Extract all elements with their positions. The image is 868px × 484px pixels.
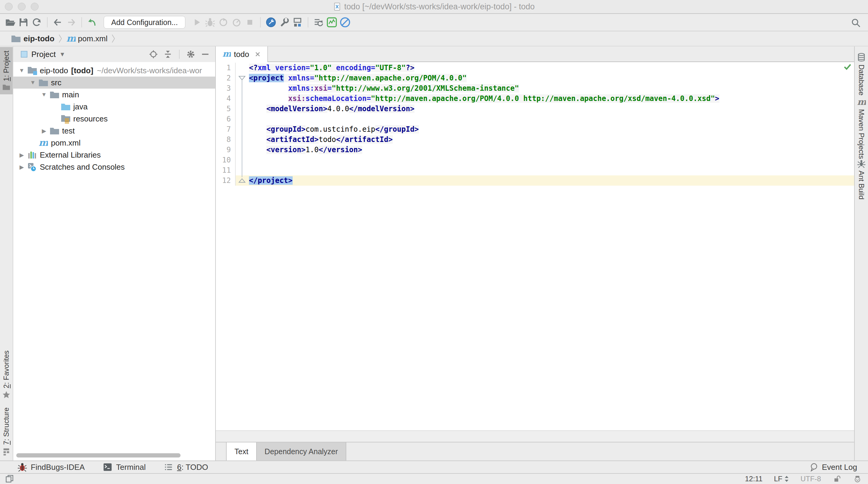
profiler-icon[interactable] bbox=[230, 16, 243, 29]
tree-item-scratches-and-consoles[interactable]: ▶Scratches and Consoles bbox=[13, 161, 215, 173]
line-number[interactable]: 5 bbox=[216, 104, 235, 114]
toolwindow-button-findbugs-idea[interactable]: FindBugs-IDEA bbox=[18, 462, 85, 472]
highlighting-level-icon[interactable] bbox=[853, 474, 862, 483]
stop-icon[interactable] bbox=[243, 16, 256, 29]
tree-item-eip-todo[interactable]: ▼eip-todo[todo]~/devWork/sts-works/idea-… bbox=[13, 64, 215, 77]
hide-panel-icon[interactable] bbox=[199, 49, 211, 60]
undo-icon[interactable] bbox=[86, 16, 99, 29]
window-controls[interactable] bbox=[5, 3, 38, 10]
close-icon[interactable] bbox=[254, 51, 261, 58]
toolbar-separator bbox=[47, 17, 48, 27]
tool-strip-tab-maven-projects[interactable]: mMaven Projects bbox=[855, 94, 868, 162]
breadcrumb-item-pom.xml[interactable]: mpom.xml bbox=[66, 34, 107, 43]
unlock-icon[interactable] bbox=[832, 474, 841, 483]
line-number[interactable]: 6 bbox=[216, 114, 235, 124]
fold-column[interactable] bbox=[236, 73, 249, 83]
expanded-arrow-icon[interactable]: ▼ bbox=[27, 79, 38, 86]
collapsed-arrow-icon[interactable]: ▶ bbox=[16, 152, 27, 158]
line-number[interactable]: 8 bbox=[216, 134, 235, 145]
fold-column[interactable] bbox=[236, 155, 249, 165]
file-encoding[interactable]: UTF-8 bbox=[801, 475, 821, 483]
open-icon[interactable] bbox=[4, 16, 17, 29]
project-view-selector[interactable]: Project bbox=[31, 50, 56, 59]
locate-file-icon[interactable] bbox=[148, 49, 159, 60]
code-editor[interactable]: 1<?xml version="1.0" encoding="UTF-8"?>2… bbox=[216, 62, 854, 430]
tree-item-test[interactable]: ▶test bbox=[13, 125, 215, 137]
tree-item-java[interactable]: java bbox=[13, 101, 215, 113]
toolwindow-button-terminal[interactable]: Terminal bbox=[103, 462, 146, 472]
tool-strip-label: Ant Build bbox=[857, 171, 866, 200]
fold-column[interactable] bbox=[236, 175, 249, 186]
tree-item-main[interactable]: ▼main bbox=[13, 89, 215, 101]
forward-icon[interactable] bbox=[64, 16, 78, 29]
line-number[interactable]: 10 bbox=[216, 155, 235, 165]
fold-marker-icon[interactable] bbox=[238, 178, 246, 183]
tool-strip-tab----project[interactable]: 1: Project bbox=[0, 47, 13, 94]
fold-column[interactable] bbox=[236, 63, 249, 73]
sync-icon[interactable] bbox=[30, 16, 43, 29]
editor-view-tab-dependency-analyzer[interactable]: Dependency Analyzer bbox=[257, 443, 346, 460]
tree-item-external-libraries[interactable]: ▶External Libraries bbox=[13, 149, 215, 161]
chevron-down-icon[interactable]: ▼ bbox=[59, 51, 65, 58]
expanded-arrow-icon[interactable]: ▼ bbox=[38, 91, 50, 98]
tool-strip-tab-ant-build[interactable]: Ant Build bbox=[855, 155, 868, 203]
add-configuration-button[interactable]: Add Configuration... bbox=[104, 16, 185, 29]
toolwindow-toggle-icon[interactable] bbox=[5, 474, 14, 484]
line-separator-selector[interactable]: LF bbox=[774, 475, 789, 483]
wrench-icon[interactable] bbox=[278, 16, 291, 29]
toolwindow-button-event-log[interactable]: Event Log bbox=[809, 463, 857, 472]
close-window-button[interactable] bbox=[5, 3, 13, 10]
monitor-icon[interactable] bbox=[325, 16, 338, 29]
fold-marker-icon[interactable] bbox=[238, 75, 246, 81]
tree-item-label: test bbox=[62, 126, 75, 135]
line-number[interactable]: 1 bbox=[216, 63, 235, 73]
line-number[interactable]: 12 bbox=[216, 175, 235, 186]
fold-column[interactable] bbox=[236, 83, 249, 93]
fold-column[interactable] bbox=[236, 134, 249, 145]
fold-column[interactable] bbox=[236, 104, 249, 114]
editor-scrollbar-strip[interactable] bbox=[216, 430, 854, 443]
back-icon[interactable] bbox=[51, 16, 64, 29]
debug-icon[interactable] bbox=[204, 16, 217, 29]
horizontal-scrollbar[interactable] bbox=[16, 453, 181, 457]
fold-column[interactable] bbox=[236, 165, 249, 175]
blocked-icon[interactable] bbox=[338, 16, 352, 29]
tool-strip-tab-database[interactable]: Database bbox=[855, 49, 868, 99]
collapsed-arrow-icon[interactable]: ▶ bbox=[16, 164, 27, 171]
line-number[interactable]: 11 bbox=[216, 165, 235, 175]
sync-settings-icon[interactable] bbox=[312, 16, 325, 29]
tool-strip-tab----structure[interactable]: 7: Structure bbox=[0, 404, 13, 459]
caret-position[interactable]: 12:11 bbox=[745, 475, 763, 483]
expanded-arrow-icon[interactable]: ▼ bbox=[16, 67, 27, 74]
fold-column[interactable] bbox=[236, 93, 249, 104]
line-number[interactable]: 9 bbox=[216, 145, 235, 155]
database-plug-icon[interactable] bbox=[264, 16, 278, 29]
line-number[interactable]: 3 bbox=[216, 83, 235, 93]
tree-item-src[interactable]: ▼src bbox=[13, 77, 215, 89]
line-number[interactable]: 2 bbox=[216, 73, 235, 83]
run-icon[interactable] bbox=[190, 16, 204, 29]
tree-item-pom-xml[interactable]: mpom.xml bbox=[13, 137, 215, 149]
minimize-window-button[interactable] bbox=[18, 3, 26, 10]
fold-column[interactable] bbox=[236, 114, 249, 124]
project-structure-icon[interactable] bbox=[291, 16, 304, 29]
tool-strip-tab----favorites[interactable]: 2: Favorites bbox=[0, 347, 13, 403]
coverage-icon[interactable] bbox=[217, 16, 230, 29]
toolwindow-button-6--todo[interactable]: 6: TODO bbox=[164, 462, 208, 472]
collapsed-arrow-icon[interactable]: ▶ bbox=[38, 127, 50, 134]
collapse-all-icon[interactable] bbox=[162, 49, 174, 60]
line-number[interactable]: 4 bbox=[216, 93, 235, 104]
fold-column[interactable] bbox=[236, 124, 249, 134]
save-icon[interactable] bbox=[17, 16, 30, 29]
fold-column[interactable] bbox=[236, 145, 249, 155]
breadcrumb-item-eip-todo[interactable]: eip-todo bbox=[11, 34, 55, 43]
editor-tab-todo[interactable]: m todo bbox=[216, 47, 268, 62]
search-everywhere-icon[interactable] bbox=[849, 16, 863, 30]
zoom-window-button[interactable] bbox=[31, 3, 38, 10]
tree-item-resources[interactable]: resources bbox=[13, 113, 215, 125]
inspection-ok-icon[interactable] bbox=[843, 63, 852, 70]
gear-icon[interactable] bbox=[185, 49, 196, 60]
updown-arrows-icon bbox=[784, 475, 789, 483]
line-number[interactable]: 7 bbox=[216, 124, 235, 134]
editor-view-tab-text[interactable]: Text bbox=[226, 443, 257, 460]
